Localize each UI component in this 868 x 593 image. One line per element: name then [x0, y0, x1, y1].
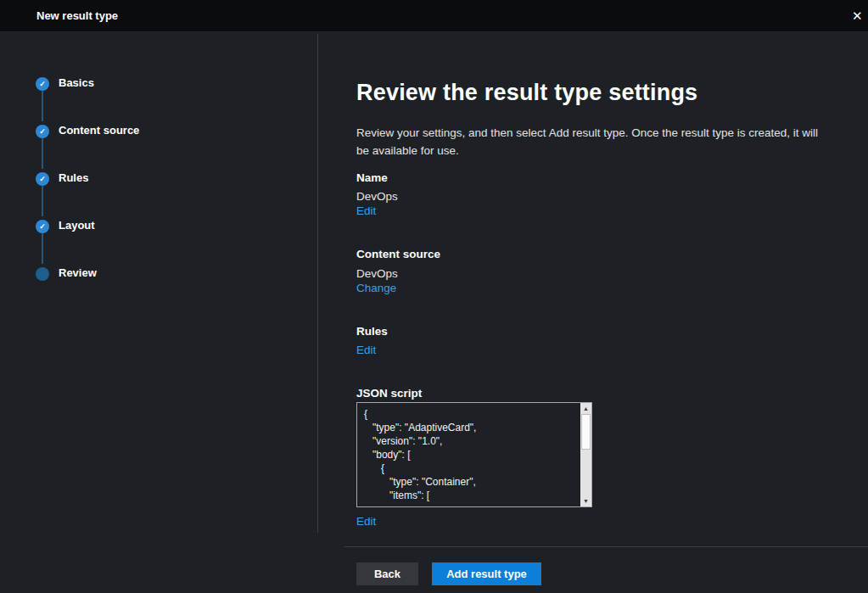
step-basics[interactable]: ✓ Basics	[36, 76, 49, 90]
back-button[interactable]: Back	[356, 562, 418, 585]
step-layout[interactable]: ✓ Layout	[36, 218, 49, 232]
page-description: Review your settings, and then select Ad…	[356, 124, 825, 159]
titlebar: New result type ✕	[0, 0, 868, 32]
footer-divider	[344, 546, 868, 547]
step-connector	[42, 91, 43, 121]
json-script-heading: JSON script	[356, 387, 422, 400]
json-script-edit-link[interactable]: Edit	[356, 515, 376, 528]
name-heading: Name	[356, 171, 388, 184]
step-current-icon	[36, 267, 49, 281]
close-button[interactable]: ✕	[852, 5, 868, 27]
step-connector	[42, 138, 43, 169]
content-source-change-link[interactable]: Change	[356, 282, 396, 294]
step-complete-icon: ✓	[36, 77, 49, 91]
step-review-label: Review	[59, 266, 97, 279]
scroll-down-icon[interactable]: ▼	[580, 495, 591, 506]
json-script-code: { "type": "AdaptiveCard", "version": "1.…	[357, 403, 580, 506]
step-rules-label: Rules	[59, 171, 88, 184]
step-complete-icon: ✓	[36, 125, 49, 138]
step-basics-label: Basics	[59, 76, 94, 89]
step-connector	[42, 186, 43, 216]
content-source-value: DevOps	[356, 267, 398, 280]
step-content-source[interactable]: ✓ Content source	[36, 123, 49, 137]
name-edit-link[interactable]: Edit	[356, 204, 376, 217]
vertical-divider	[317, 34, 318, 533]
content-source-heading: Content source	[356, 248, 440, 260]
page-title: Review the result type settings	[356, 80, 697, 106]
rules-heading: Rules	[356, 325, 388, 338]
step-review[interactable]: Review	[36, 266, 49, 280]
step-connector	[42, 233, 43, 264]
step-complete-icon: ✓	[36, 220, 49, 233]
step-rules[interactable]: ✓ Rules	[36, 171, 49, 185]
dialog-title: New result type	[36, 9, 118, 22]
step-content-source-label: Content source	[59, 124, 139, 137]
scrollbar-thumb[interactable]	[581, 414, 591, 450]
name-value: DevOps	[356, 190, 398, 203]
scroll-up-icon[interactable]: ▲	[580, 403, 591, 414]
rules-edit-link[interactable]: Edit	[356, 344, 376, 356]
json-script-box[interactable]: { "type": "AdaptiveCard", "version": "1.…	[356, 402, 592, 507]
step-layout-label: Layout	[59, 219, 95, 232]
step-complete-icon: ✓	[36, 172, 49, 186]
close-icon: ✕	[852, 8, 863, 23]
scrollbar[interactable]: ▲ ▼	[580, 403, 591, 506]
add-result-type-button[interactable]: Add result type	[432, 562, 541, 585]
